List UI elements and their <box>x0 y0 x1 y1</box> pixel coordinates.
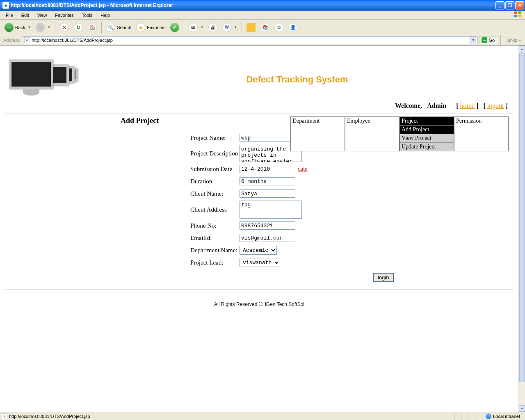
back-icon: ← <box>5 23 14 32</box>
messenger-button[interactable]: 👤 <box>286 22 299 33</box>
print-icon: 🖨 <box>208 23 217 32</box>
menu-bar: File Edit View Favorites Tools Help <box>0 11 525 20</box>
chevron-down-icon: ▼ <box>47 25 50 29</box>
mail-button[interactable]: ✉▼ <box>187 22 205 33</box>
search-icon: 🔍 <box>106 23 115 32</box>
chevron-down-icon: ▼ <box>200 25 203 29</box>
chevron-down-icon: ▼ <box>27 25 31 29</box>
stop-icon: ✕ <box>60 23 69 32</box>
window-titlebar: e http://localhost:8081/DTS/AddProject.j… <box>0 0 525 11</box>
edit-button[interactable]: W▼ <box>220 22 239 33</box>
stop-button[interactable]: ✕ <box>58 22 71 33</box>
back-button[interactable]: ← Back ▼ <box>2 22 33 33</box>
page-icon: e <box>24 37 30 43</box>
go-icon: → <box>482 37 487 43</box>
history-icon: ✓ <box>170 23 179 32</box>
forward-icon: → <box>36 23 45 32</box>
ie-icon: e <box>2 2 9 9</box>
mail-icon: ✉ <box>189 23 198 32</box>
home-icon: 🏠 <box>88 23 97 32</box>
history-button[interactable]: ✓ <box>168 22 181 33</box>
tool-icon: ⚙ <box>274 23 283 32</box>
window-title: http://localhost:8081/DTS/AddProject.jsp… <box>11 2 173 8</box>
go-button[interactable]: → Go <box>479 36 497 44</box>
forward-button[interactable]: → ▼ <box>34 22 52 33</box>
minimize-button[interactable]: _ <box>495 1 504 9</box>
menu-help[interactable]: Help <box>96 12 114 18</box>
menu-view[interactable]: View <box>33 12 51 18</box>
discuss-button[interactable] <box>244 22 258 33</box>
windows-flag-icon <box>514 11 523 18</box>
menu-tools[interactable]: Tools <box>78 12 97 18</box>
address-bar: Address e http://localhost:8081/DTS/AddP… <box>0 35 525 45</box>
search-button[interactable]: 🔍 Search <box>104 22 133 33</box>
messenger-icon: 👤 <box>288 23 297 32</box>
star-icon: ★ <box>136 23 145 32</box>
word-icon: W <box>222 23 231 32</box>
favorites-button[interactable]: ★ Favorites <box>134 22 167 33</box>
research-button[interactable]: 📚 <box>258 22 272 33</box>
address-field[interactable]: e http://localhost:8081/DTS/AddProject.j… <box>23 36 477 44</box>
close-button[interactable]: ✕ <box>515 1 524 9</box>
menu-edit[interactable]: Edit <box>17 12 33 18</box>
menu-file[interactable]: File <box>2 12 17 18</box>
refresh-button[interactable]: ↻ <box>72 22 85 33</box>
links-button[interactable]: Links » <box>504 38 523 43</box>
chevron-down-icon: ▼ <box>234 25 237 29</box>
book-icon: 📚 <box>260 23 269 32</box>
print-button[interactable]: 🖨 <box>206 22 219 33</box>
menu-favorites[interactable]: Favorites <box>51 12 78 18</box>
address-url: http://localhost:8081/DTS/AddProject.jsp <box>32 38 470 43</box>
toolbar: ← Back ▼ → ▼ ✕ ↻ 🏠 🔍 Search ★ Favorites … <box>0 20 525 35</box>
refresh-icon: ↻ <box>74 23 83 32</box>
maximize-button[interactable]: ❐ <box>505 1 514 9</box>
address-dropdown[interactable]: ▼ <box>470 37 476 44</box>
note-icon <box>247 23 256 32</box>
address-label: Address <box>2 38 21 43</box>
home-button[interactable]: 🏠 <box>86 22 99 33</box>
tool-button-a[interactable]: ⚙ <box>272 22 285 33</box>
